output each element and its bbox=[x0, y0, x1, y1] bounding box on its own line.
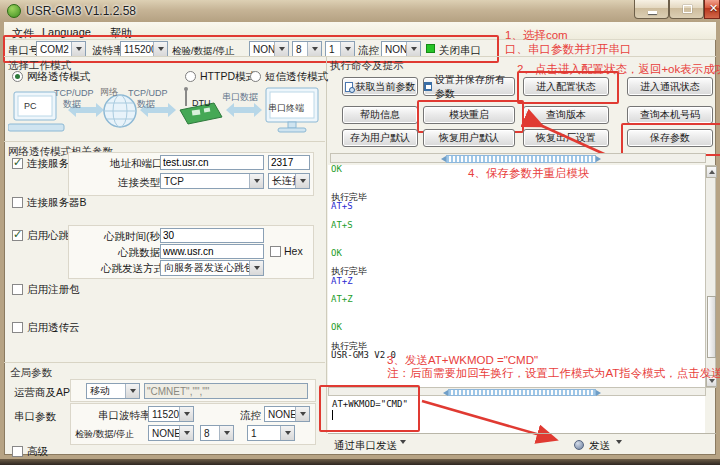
log-line bbox=[328, 211, 705, 220]
chevron-down-icon bbox=[219, 426, 233, 440]
command-input-text: AT+WKMOD="CMD" bbox=[332, 399, 408, 409]
apn-value-field bbox=[144, 383, 308, 399]
server-b-checkbox[interactable] bbox=[12, 197, 23, 208]
chevron-down-icon[interactable] bbox=[400, 444, 406, 456]
serial-pds-label: 检验/数据/停止 bbox=[75, 428, 134, 441]
parity-select[interactable]: NONE bbox=[249, 41, 289, 57]
log-line: AT+S bbox=[328, 202, 705, 211]
flow-select[interactable]: NONE bbox=[381, 41, 421, 57]
log-vscrollbar[interactable] bbox=[705, 165, 716, 388]
minimize-button[interactable] bbox=[634, 0, 669, 19]
log-line bbox=[328, 304, 705, 313]
scroll-up-icon[interactable] bbox=[706, 166, 717, 178]
server-a-checkbox[interactable] bbox=[12, 158, 23, 169]
baud-select[interactable]: 115200 bbox=[120, 41, 168, 57]
heartbeat-data-input[interactable] bbox=[160, 244, 264, 259]
help-info-button[interactable]: 帮助信息 bbox=[342, 106, 418, 124]
log-line: AT+Z bbox=[328, 295, 705, 304]
heartbeat-mode-label: 心跳发送方式 bbox=[101, 262, 164, 276]
hscrollbar-thumb[interactable] bbox=[446, 155, 596, 163]
cloud-checkbox[interactable] bbox=[12, 322, 23, 333]
server-a-address-input[interactable] bbox=[160, 155, 264, 170]
serial-params-label: 串口参数 bbox=[14, 410, 56, 424]
apn-label: 运营商及APN bbox=[14, 386, 78, 400]
section-global-params: 全局参数 bbox=[10, 366, 52, 380]
diagram-terminal-label: 串口终端 bbox=[268, 102, 304, 115]
chevron-down-icon[interactable] bbox=[616, 444, 622, 456]
diagram-link1-top-label: TCP/UDP bbox=[54, 88, 94, 98]
window-bottom-edge bbox=[0, 459, 720, 465]
server-a-port-input[interactable] bbox=[268, 155, 310, 170]
serial-parity-select[interactable]: NONE bbox=[148, 425, 194, 441]
conn-type-select[interactable]: TCP bbox=[160, 173, 264, 189]
radio-httpd-mode[interactable] bbox=[185, 71, 196, 82]
databits-select[interactable]: 8 bbox=[292, 41, 322, 57]
addr-port-label: 地址和端口 bbox=[110, 157, 163, 171]
server-b-label: 连接服务器B bbox=[27, 196, 87, 210]
advanced-label: 高级 bbox=[27, 445, 48, 459]
keepalive-select[interactable]: 长连接 bbox=[268, 173, 310, 189]
maximize-button[interactable] bbox=[669, 0, 704, 19]
chevron-down-icon bbox=[406, 42, 420, 56]
radio-httpd-label: HTTPD模式 bbox=[200, 70, 256, 84]
hex-checkbox[interactable] bbox=[270, 246, 281, 257]
send-button[interactable]: 发送 bbox=[589, 439, 610, 453]
radio-sms-label: 短信透传模式 bbox=[265, 70, 328, 84]
annotation-1-line1: 1、选择com bbox=[505, 28, 568, 43]
heartbeat-checkbox[interactable] bbox=[12, 230, 23, 241]
diagram-link3-label: 串口数据 bbox=[222, 91, 258, 104]
register-checkbox[interactable] bbox=[12, 284, 23, 295]
menu-file[interactable]: 文件 bbox=[8, 25, 38, 42]
section-exec-commands: 执行命令及提示 bbox=[330, 59, 404, 73]
app-icon bbox=[7, 4, 21, 18]
enter-config-state-button[interactable]: 进入配置状态 bbox=[523, 77, 609, 96]
log-line bbox=[328, 314, 705, 323]
radio-net-transparent-mode[interactable] bbox=[12, 71, 23, 82]
serial-stopbits-select[interactable]: 1 bbox=[247, 425, 295, 441]
com-port-select[interactable]: COM2 bbox=[36, 41, 86, 57]
carrier-select[interactable]: 移动 bbox=[86, 383, 140, 399]
log-line: 执行完毕 bbox=[328, 267, 705, 276]
command-area-hscrollbar[interactable] bbox=[330, 153, 706, 163]
chevron-down-icon bbox=[307, 42, 321, 56]
read-params-icon bbox=[345, 82, 353, 92]
advanced-checkbox[interactable] bbox=[12, 446, 23, 457]
log-line bbox=[328, 332, 705, 341]
chevron-down-icon bbox=[280, 426, 294, 440]
menu-language[interactable]: Language bbox=[38, 25, 95, 39]
diagram-link1-bottom-label: 数据 bbox=[63, 98, 81, 111]
restore-user-default-button[interactable]: 恢复用户默认 bbox=[423, 129, 515, 147]
log-line: AT+Z bbox=[328, 277, 705, 286]
serial-flow-label: 流控 bbox=[240, 409, 261, 423]
set-save-all-params-button[interactable]: 设置并保存所有参数 bbox=[423, 77, 515, 96]
save-params-icon bbox=[424, 82, 432, 91]
radio-sms-mode[interactable] bbox=[250, 71, 261, 82]
send-icon bbox=[574, 440, 584, 450]
maximize-icon bbox=[683, 5, 692, 13]
heartbeat-data-label: 心跳数据 bbox=[118, 246, 160, 260]
send-via-serial-dropdown[interactable]: 通过串口发送 bbox=[334, 439, 397, 453]
vscrollbar-thumb[interactable] bbox=[707, 296, 716, 358]
log-line bbox=[328, 239, 705, 248]
serial-baud-select[interactable]: 115200 bbox=[148, 406, 194, 422]
log-line: 执行完毕 bbox=[328, 193, 705, 202]
heartbeat-time-input[interactable] bbox=[160, 228, 264, 243]
serial-databits-select[interactable]: 8 bbox=[200, 425, 234, 441]
save-as-user-default-button[interactable]: 存为用户默认 bbox=[342, 129, 418, 147]
port-open-indicator bbox=[426, 44, 435, 53]
chevron-down-icon bbox=[340, 42, 354, 56]
enter-comm-state-button[interactable]: 进入通讯状态 bbox=[627, 77, 713, 96]
menu-help[interactable]: 帮助 bbox=[106, 25, 136, 42]
log-line bbox=[328, 286, 705, 295]
close-button[interactable]: ✕ bbox=[704, 0, 720, 19]
save-params-button[interactable]: 保存参数 bbox=[627, 129, 713, 147]
read-params-button[interactable]: 获取当前参数 bbox=[342, 77, 418, 96]
module-restart-button[interactable]: 模块重启 bbox=[423, 106, 515, 124]
log-line: OK bbox=[328, 249, 705, 258]
stopbits-select[interactable]: 1 bbox=[325, 41, 355, 57]
register-label: 启用注册包 bbox=[27, 283, 80, 297]
query-phone-number-button[interactable]: 查询本机号码 bbox=[627, 106, 713, 124]
serial-flow-select[interactable]: NONE bbox=[264, 406, 310, 422]
radio-net-transparent-label: 网络透传模式 bbox=[27, 70, 90, 84]
heartbeat-mode-select[interactable]: 向服务器发送心跳包 bbox=[160, 260, 264, 276]
